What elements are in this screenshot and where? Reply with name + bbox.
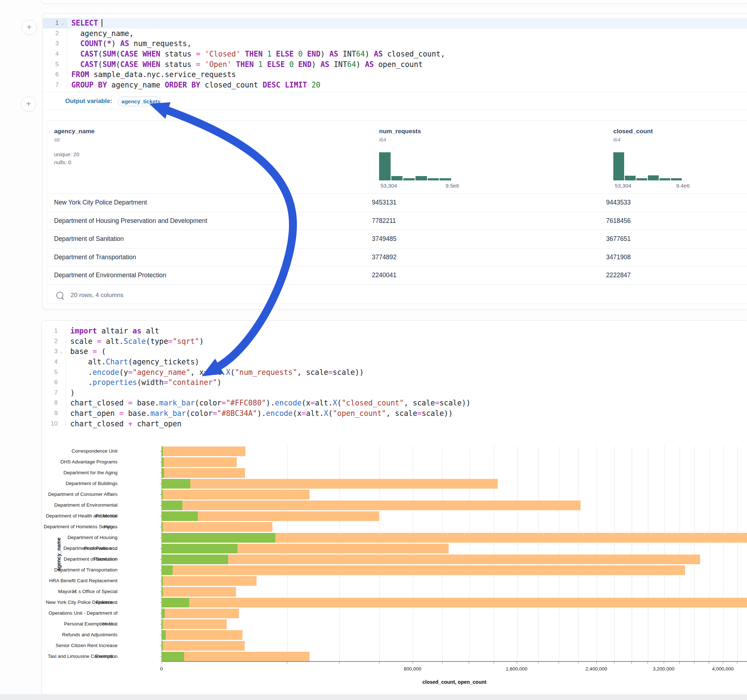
bar-closed-13 [162, 587, 236, 597]
gridline [559, 446, 559, 662]
line-number: 6 [42, 379, 57, 386]
bar-open-12 [162, 576, 163, 586]
python-line-7[interactable]: 7) [42, 388, 747, 398]
x-tick [413, 662, 413, 664]
x-tick [494, 662, 494, 664]
table-row[interactable]: Department of Sanitation37494853677651 [47, 230, 747, 248]
python-line-6[interactable]: 6 .properties(width="container") [42, 377, 747, 388]
result-table: agency_namestrunique: 20nulls: 0num_requ… [47, 120, 747, 304]
line-number: 1 [42, 327, 57, 335]
gridline [694, 446, 695, 662]
sql-line-4[interactable]: 4 CAST(SUM(CASE WHEN status = 'Closed' T… [43, 49, 747, 59]
python-line-2[interactable]: 2scale = alt.Scale(type="sqrt") [42, 336, 747, 347]
chart-plot-area [162, 446, 747, 662]
gridline [664, 446, 664, 662]
code-text: agency_name, [71, 29, 134, 38]
bar-open-14 [162, 598, 189, 608]
code-text: import altair as alt [70, 327, 159, 335]
table-row[interactable]: Department of Housing Preservation and D… [47, 212, 747, 230]
gridline [614, 446, 615, 662]
column-header-closed_count[interactable]: closed_counti64 [613, 128, 653, 143]
table-cell: Department of Sanitation [47, 235, 372, 243]
table-row[interactable]: Department of Environmental Protection22… [47, 266, 747, 284]
search-icon[interactable] [56, 292, 64, 299]
table-cell: 3749485 [372, 235, 606, 243]
gridline [680, 446, 680, 662]
bar-closed-2 [162, 468, 245, 478]
output-variable-pill[interactable]: agency_tickets [118, 97, 161, 106]
python-line-5[interactable]: 5 .encode(y="agency_name", x=alt.X("num_… [42, 367, 747, 377]
gridline [709, 446, 709, 662]
code-text: GROUP BY agency_name ORDER BY closed_cou… [71, 81, 321, 89]
line-number: 7 [43, 81, 59, 89]
table-cell: 3774892 [372, 253, 606, 261]
x-tick [162, 662, 162, 664]
x-tick [723, 662, 723, 664]
bar-closed-3 [162, 479, 497, 489]
bar-open-18 [162, 641, 163, 651]
table-cell: 2240041 [372, 272, 606, 279]
table-row[interactable]: New York City Police Department945313194… [47, 193, 747, 212]
histogram-range-labels: 53,3049.4e6 [615, 183, 690, 189]
output-variable-label: Output variable: [65, 98, 112, 105]
y-axis-label: Operations Unit - Department of Hom… [42, 608, 118, 619]
bar-open-19 [162, 652, 184, 661]
python-line-9[interactable]: 9chart_open = base.mark_bar(color="#8BC3… [42, 408, 747, 419]
python-line-10[interactable]: 10chart_closed + chart_open [42, 418, 747, 429]
y-axis-label: Department of Housing Preservation … [42, 532, 118, 543]
y-axis-label: Department of Buildings [42, 478, 118, 489]
x-tick [442, 662, 443, 664]
column-header-agency_name[interactable]: agency_namestrunique: 20nulls: 0 [54, 128, 94, 166]
column-histogram [379, 152, 451, 180]
gridline [287, 446, 287, 662]
bar-closed-1 [162, 457, 237, 467]
python-code-editor[interactable]: 1import altair as alt2scale = alt.Scale(… [42, 321, 747, 429]
gridline [380, 446, 380, 662]
add-cell-button-top[interactable]: + [22, 20, 37, 35]
x-axis-label: 1,600,000 [505, 666, 527, 671]
table-row[interactable]: Department of Transportation377489234719… [47, 248, 747, 267]
y-axis-label: Taxi and Limousine Commission [42, 651, 118, 662]
line-number: 4 [42, 358, 57, 365]
gridline [648, 446, 648, 662]
x-axis-label: 800,000 [404, 666, 421, 671]
text-cursor [101, 19, 102, 27]
python-line-1[interactable]: 1import altair as alt [42, 326, 747, 336]
table-cell: 9453131 [372, 199, 606, 206]
x-tick [379, 662, 380, 664]
x-tick [469, 662, 469, 664]
sql-line-7[interactable]: 7GROUP BY agency_name ORDER BY closed_co… [43, 80, 747, 91]
y-axis-label: Department for the Aging [42, 468, 118, 478]
y-axis-label: Correspondence Unit [42, 446, 118, 457]
table-header: agency_namestrunique: 20nulls: 0num_requ… [47, 121, 747, 193]
table-cell: 2222847 [606, 272, 747, 279]
histogram-range-labels: 53,3049.5e6 [381, 183, 459, 189]
fold-chevron-icon[interactable]: ⌄ [59, 21, 66, 26]
table-cell: Department of Environmental Protection [47, 272, 372, 279]
fold-chevron-icon[interactable]: ⌄ [57, 349, 65, 354]
bar-closed-12 [162, 576, 257, 586]
table-cell: 7618456 [606, 217, 747, 225]
x-axis-label: 0 [160, 666, 163, 671]
code-text: COUNT(*) AS num_requests, [71, 39, 191, 48]
y-axis-label: Department of Homeless Services [42, 521, 118, 532]
python-line-3[interactable]: 3⌄base = ( [42, 346, 747, 357]
sql-line-3[interactable]: 3 COUNT(*) AS num_requests, [43, 39, 747, 49]
column-header-num_requests[interactable]: num_requestsi64 [379, 128, 421, 143]
python-line-4[interactable]: 4 alt.Chart(agency_tickets) [42, 357, 747, 367]
line-number: 5 [43, 61, 59, 68]
sql-line-1[interactable]: 1⌄SELECT [43, 18, 747, 29]
sql-code-editor[interactable]: 1⌄SELECT2 agency_name,3 COUNT(*) AS num_… [43, 14, 747, 90]
sql-line-2[interactable]: 2 agency_name, [43, 29, 747, 39]
python-line-8[interactable]: 8chart_closed = base.mark_bar(color="#FF… [42, 398, 747, 408]
bar-open-8 [162, 533, 275, 543]
x-tick [614, 662, 614, 664]
next-cell-gap [0, 694, 747, 700]
python-cell: 1import altair as alt2scale = alt.Scale(… [41, 320, 747, 695]
add-cell-button-middle[interactable]: + [21, 97, 36, 112]
sql-line-6[interactable]: 6FROM sample_data.nyc.service_requests [43, 69, 747, 80]
bar-open-4 [162, 490, 163, 499]
line-number: 8 [42, 399, 57, 407]
y-axis-label: Department of Environmental Protection [42, 500, 118, 511]
sql-line-5[interactable]: 5 CAST(SUM(CASE WHEN status = 'Open' THE… [43, 59, 747, 69]
